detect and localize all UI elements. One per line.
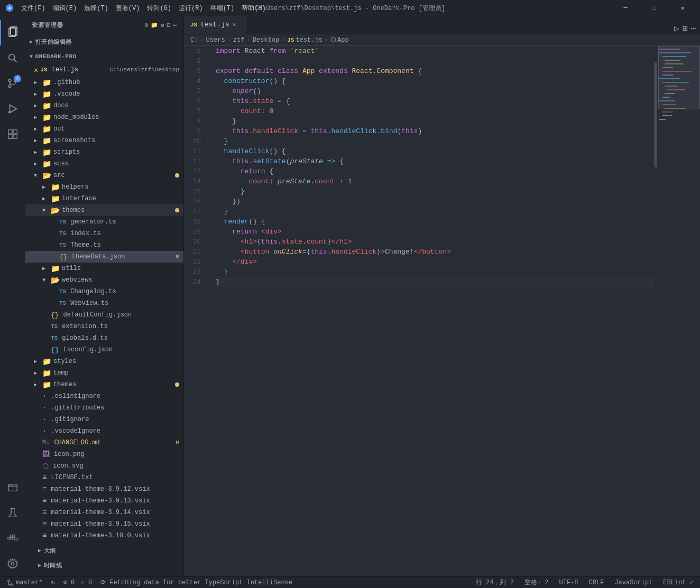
folder-scripts[interactable]: ▶ 📁 scripts <box>25 146 183 158</box>
editor-scrollbar[interactable] <box>653 46 658 576</box>
folder-screenshots[interactable]: ▶ 📁 screenshots <box>25 135 183 146</box>
breadcrumb-desktop[interactable]: Desktop <box>253 36 279 44</box>
code-editor[interactable]: import React from 'react' export default… <box>210 46 653 576</box>
breadcrumb-js[interactable]: JS test.js <box>287 36 323 44</box>
breadcrumb-ztf[interactable]: ztf <box>233 36 245 44</box>
refresh-icon[interactable]: ↺ <box>161 22 165 29</box>
folder-scss[interactable]: ▶ 📁 scss <box>25 158 183 170</box>
activity-run[interactable] <box>0 96 25 122</box>
folder-node-modules[interactable]: ▶ 📁 node_modules <box>25 111 183 123</box>
folder-helpers[interactable]: ▶ 📁 helpers <box>25 181 183 193</box>
folder-webviews[interactable]: ▼ 📂 webviews <box>25 274 183 286</box>
sync-button[interactable]: ↻ <box>49 578 57 586</box>
file-eslintignore[interactable]: · .eslintignore <box>25 390 183 402</box>
activity-scm[interactable]: 4 <box>0 71 25 96</box>
breadcrumb-users[interactable]: Users <box>206 36 225 44</box>
sidebar-title: 资源管理器 <box>32 21 63 29</box>
file-changelog-md[interactable]: M↓ CHANGELOG.md M <box>25 437 183 449</box>
file-tsconfig-json[interactable]: {} tsconfig.json <box>25 344 183 356</box>
file-vsix-4[interactable]: ≡ material-theme-3.9.15.vsix <box>25 518 183 530</box>
line-ending[interactable]: CRLF <box>587 579 606 586</box>
file-vsix-1[interactable]: ≡ material-theme-3.9.12.vsix <box>25 483 183 495</box>
file-defaultconfig-json[interactable]: {} defaultConfig.json <box>25 309 183 321</box>
folder-src[interactable]: ▼ 📂 src <box>25 170 183 181</box>
close-button[interactable]: ✕ <box>670 0 695 16</box>
maximize-button[interactable]: □ <box>642 0 666 16</box>
menu-file[interactable]: 文件(F) <box>18 3 49 14</box>
language-mode[interactable]: JavaScript <box>612 579 655 586</box>
tab-close-icon[interactable]: ✕ <box>233 21 236 28</box>
npm-section[interactable]: ▶ NPM 脚本 <box>25 573 183 576</box>
more-editor-options[interactable]: ⋯ <box>690 23 696 34</box>
file-extension-ts[interactable]: TS extension.ts <box>25 321 183 332</box>
activity-search[interactable] <box>0 45 25 71</box>
folder-interface[interactable]: ▶ 📁 interface <box>25 193 183 204</box>
folder-out[interactable]: ▶ 📁 out <box>25 123 183 135</box>
file-index-ts[interactable]: TS index.ts <box>25 228 183 239</box>
cursor-position[interactable]: 行 24，列 2 <box>474 578 516 587</box>
activity-docker[interactable] <box>0 526 25 551</box>
file-generator-ts[interactable]: TS generator.ts <box>25 216 183 228</box>
folder-utils[interactable]: ▶ 📁 utils <box>25 263 183 274</box>
file-gitattributes[interactable]: · .gitattributes <box>25 402 183 414</box>
new-folder-icon[interactable]: 📁 <box>151 22 159 29</box>
activity-settings[interactable] <box>0 551 25 576</box>
scrollbar-thumb[interactable] <box>654 62 657 167</box>
menu-select[interactable]: 选择(T) <box>81 3 112 14</box>
eslint-status[interactable]: ESLint ✓ <box>661 578 696 586</box>
more-options-icon[interactable]: ⋯ <box>173 22 177 29</box>
file-vsix-3[interactable]: ≡ material-theme-3.9.14.vsix <box>25 507 183 518</box>
file-changelog-ts[interactable]: TS Changelog.ts <box>25 286 183 297</box>
file-vsix-2[interactable]: ≡ material-theme-3.9.13.vsix <box>25 495 183 507</box>
menu-goto[interactable]: 转到(G) <box>144 3 174 14</box>
window-controls[interactable]: ─ □ ✕ <box>613 0 695 16</box>
file-icon-png[interactable]: 🖼 icon.png <box>25 449 183 460</box>
file-vsix-5[interactable]: ≡ material-theme-3.10.0.vsix <box>25 530 183 542</box>
menu-bar[interactable]: 文件(F) 编辑(E) 选择(T) 查看(V) 转到(G) 运行(R) 终端(T… <box>18 3 269 14</box>
folder-temp[interactable]: ▶ 📁 temp <box>25 367 183 379</box>
activity-explorer[interactable] <box>0 20 25 45</box>
sidebar-header-icons[interactable]: ⊕ 📁 ↺ ⊟ ⋯ <box>145 22 178 29</box>
git-branch[interactable]: master* <box>4 579 44 586</box>
files-icon <box>7 26 20 39</box>
folder-docs[interactable]: ▶ 📁 docs <box>25 100 183 111</box>
folder-github[interactable]: ▶ 📁 .github <box>25 77 183 88</box>
breadcrumb-app[interactable]: ⬡ App <box>330 36 349 44</box>
file-icon-svg[interactable]: ⬡ icon.svg <box>25 460 183 472</box>
encoding[interactable]: UTF-8 <box>557 579 581 586</box>
file-webview-ts[interactable]: TS Webview.ts <box>25 297 183 309</box>
folder-styles[interactable]: ▶ 📁 styles <box>25 356 183 367</box>
file-license-txt[interactable]: ≡ LICENSE.txt <box>25 472 183 483</box>
folder-vscode[interactable]: ▶ 📁 .vscode <box>25 88 183 100</box>
menu-terminal[interactable]: 终端(T) <box>207 3 238 14</box>
minimize-button[interactable]: ─ <box>613 0 638 16</box>
open-file-item[interactable]: ✕ JS test.js C:\Users\ztf\Desktop <box>25 64 183 76</box>
item-name: icon.svg <box>53 462 179 470</box>
file-theme-ts[interactable]: TS Theme.ts <box>25 239 183 251</box>
activity-test[interactable] <box>0 500 25 526</box>
timeline-chevron: ▶ <box>38 562 42 568</box>
outline-section[interactable]: ▶ 大纲 <box>25 543 183 558</box>
editor-tab[interactable]: JS test.js ✕ <box>184 16 247 34</box>
error-warning-count[interactable]: ⊗ 0 ⚠ 0 <box>61 578 94 586</box>
folder-themes-src[interactable]: ▼ 📂 themes <box>25 204 183 216</box>
activity-remote[interactable] <box>0 475 25 500</box>
menu-run[interactable]: 运行(R) <box>176 3 206 14</box>
folder-themes-root[interactable]: ▶ 📁 themes <box>25 379 183 390</box>
file-gitignore[interactable]: · .gitignore <box>25 414 183 425</box>
new-file-icon[interactable]: ⊕ <box>145 22 149 29</box>
open-editors-header[interactable]: ▶ 打开的编辑器 <box>25 34 183 49</box>
project-header[interactable]: ▼ ONEDARK-PRO <box>25 49 183 64</box>
file-vscodeIgnore[interactable]: · .vscodeIgnore <box>25 425 183 437</box>
menu-view[interactable]: 查看(V) <box>113 3 143 14</box>
collapse-all-icon[interactable]: ⊟ <box>167 22 171 29</box>
indent-spaces[interactable]: 空格: 2 <box>522 578 551 587</box>
run-button[interactable]: ▷ <box>674 23 679 34</box>
file-globals-dts[interactable]: TS globals.d.ts <box>25 332 183 344</box>
file-themedata-json[interactable]: {} themeData.json M <box>25 251 183 263</box>
breadcrumb-c[interactable]: C: <box>190 36 198 44</box>
menu-edit[interactable]: 编辑(E) <box>50 3 80 14</box>
activity-extensions[interactable] <box>0 122 25 147</box>
split-editor-button[interactable]: ⊞ <box>683 23 688 34</box>
timeline-section[interactable]: ▶ 时间线 <box>25 558 183 573</box>
